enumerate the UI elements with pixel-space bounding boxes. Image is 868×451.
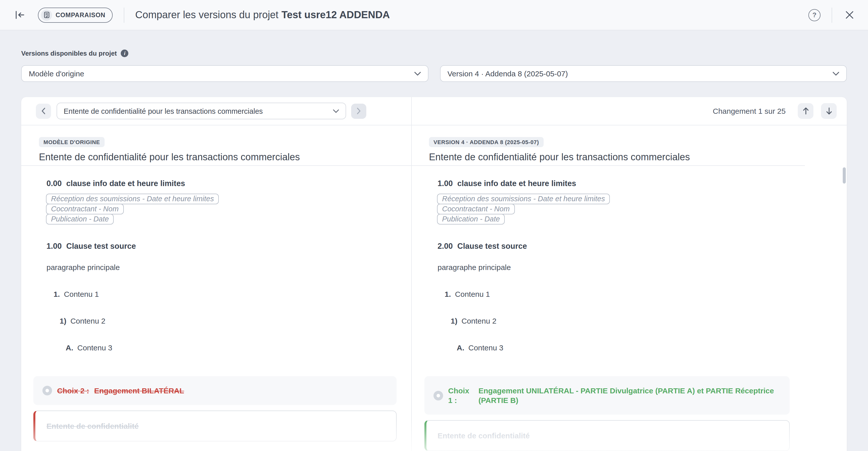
arrow-down-icon [825,107,832,115]
list-marker: 1. [54,290,60,298]
page-title: Comparer les versions du projet Test usr… [135,9,390,21]
document-title: Entente de confidentialité pour les tran… [39,152,401,163]
version-select-left[interactable]: Modèle d'origine [21,65,428,82]
page-title-project: Test usre12 ADDENDA [281,9,390,21]
clause-title: Clause test source [66,242,136,251]
clause-number: 1.00 [437,179,453,188]
paragraph: paragraphe principale [46,263,397,272]
field-tag-list: Réception des soumissions - Date et heur… [46,194,397,225]
scrollbar-thumb[interactable] [843,167,846,184]
topbar: COMPARAISON Comparer les versions du pro… [0,0,868,30]
panel-version4: VERSION 4 · ADDENDA 8 (2025-05-07) Enten… [411,125,805,451]
version-select-right-value: Version 4 · Addenda 8 (2025-05-07) [447,69,833,78]
topbar-divider [124,7,124,23]
arrow-up-icon [802,107,809,115]
list-item: A. Contenu 3 [457,343,790,352]
help-button[interactable]: ? [808,9,820,21]
comparison-mode-label: COMPARAISON [56,11,105,19]
list-marker: A. [66,343,73,352]
version-badge: VERSION 4 · ADDENDA 8 (2025-05-07) [429,137,544,147]
document-title: Entente de confidentialité pour les tran… [429,152,795,163]
topbar-divider-right [832,7,832,23]
clause-title: Clause test source [457,242,527,251]
field-tag: Cocontractant - Nom [46,204,124,215]
version-select-left-value: Modèle d'origine [29,69,414,78]
text-field-value: Entente de confidentialité [437,431,530,440]
field-tag: Réception des soumissions - Date et heur… [46,194,219,204]
clause-heading: 1.00 Clause test source [46,242,397,251]
clause-number: 2.00 [437,242,453,251]
text-field-removed[interactable]: Entente de confidentialité [33,411,397,442]
document-body[interactable]: 0.00 clause info date et heure limites R… [21,179,411,451]
comparison-card: Entente de confidentialité pour les tran… [21,97,847,451]
list-item: 1) Contenu 2 [451,316,790,325]
previous-section-button[interactable] [36,104,51,118]
list-text: Contenu 3 [468,343,503,352]
field-tag: Cocontractant - Nom [437,204,515,215]
panel-original: MODÈLE D'ORIGINE Entente de confidential… [21,125,411,451]
list-marker: 1) [60,316,66,325]
comparison-mode-badge: COMPARAISON [38,7,113,23]
comparison-doc-icon [41,9,52,21]
next-section-button[interactable] [351,104,366,118]
collapse-left-icon [15,10,25,19]
choice-label: Choix 2 : [57,386,89,395]
list-text: Contenu 2 [462,316,496,325]
field-tag: Publication - Date [437,214,505,225]
section-select-value: Entente de confidentialité pour les tran… [64,107,333,115]
choice-text: Engagement UNILATÉRAL - PARTIE Divulgatr… [478,386,781,405]
document-body[interactable]: 1.00 clause info date et heure limites R… [411,179,805,451]
list-marker: 1) [451,316,458,325]
version-badge: MODÈLE D'ORIGINE [39,137,104,147]
info-icon[interactable]: i [121,50,129,57]
list-marker: A. [457,343,464,352]
next-change-button[interactable] [821,103,837,119]
versions-available-label: Versions disponibles du projet [21,50,117,57]
list-item: 1. Contenu 1 [444,290,790,298]
section-select[interactable]: Entente de confidentialité pour les tran… [57,103,346,119]
change-navigation-bar: Entente de confidentialité pour les tran… [21,97,847,125]
field-tag: Réception des soumissions - Date et heur… [437,194,610,204]
clause-heading: 2.00 Clause test source [437,242,790,251]
change-counter: Changement 1 sur 25 [713,107,786,115]
clause-title: clause info date et heure limites [66,179,185,188]
chevron-right-icon [357,108,361,114]
panel-divider [411,97,412,451]
list-item: 1) Contenu 2 [60,316,397,325]
close-button[interactable] [843,8,856,21]
close-icon [845,10,854,19]
list-text: Contenu 2 [70,316,105,325]
list-text: Contenu 3 [77,343,112,352]
radio-icon [434,391,443,400]
choice-option-removed[interactable]: Choix 2 : Engagement BILATÉRAL [33,376,397,405]
clause-heading: 1.00 clause info date et heure limites [437,179,790,188]
chevron-down-icon [333,109,339,113]
text-field-added[interactable]: Entente de confidentialité [425,420,790,451]
chevron-left-icon [41,108,45,114]
clause-title: clause info date et heure limites [457,179,576,188]
list-item: A. Contenu 3 [66,343,397,352]
paragraph: paragraphe principale [437,263,790,272]
list-text: Contenu 1 [455,290,490,298]
text-field-value: Entente de confidentialité [46,422,139,430]
previous-change-button[interactable] [798,103,813,119]
choice-text: Engagement BILATÉRAL [94,386,388,395]
chevron-down-icon [414,72,421,76]
clause-number: 0.00 [46,179,62,188]
choice-option-added[interactable]: Choix 1 : Engagement UNILATÉRAL - PARTIE… [425,376,790,415]
clause-number: 1.00 [46,242,62,251]
main-content: Versions disponibles du projet i Modèle … [0,50,868,451]
page-title-prefix: Comparer les versions du projet [135,9,278,21]
collapse-sidebar-button[interactable] [13,8,27,21]
list-text: Contenu 1 [64,290,99,298]
clause-heading: 0.00 clause info date et heure limites [46,179,397,188]
chevron-down-icon [833,72,839,76]
field-tag-list: Réception des soumissions - Date et heur… [437,194,790,225]
radio-icon [42,386,52,395]
choice-label: Choix 1 : [448,386,473,405]
list-item: 1. Contenu 1 [54,290,397,298]
version-select-right[interactable]: Version 4 · Addenda 8 (2025-05-07) [440,65,847,82]
list-marker: 1. [444,290,451,298]
field-tag: Publication - Date [46,214,114,225]
